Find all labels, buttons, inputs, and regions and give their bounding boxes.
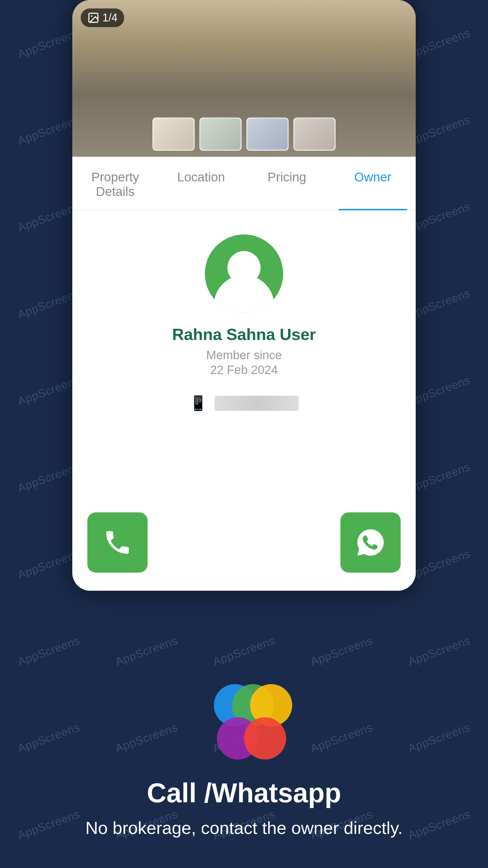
app-logo [205,681,283,760]
tab-pricing[interactable]: Pricing [244,157,330,210]
tabs-bar: Property Details Location Pricing Owner [72,157,416,210]
image-counter: 1/4 [81,8,124,27]
gallery-area[interactable]: 1/4 [72,0,416,157]
owner-content-area: Rahna Sahna User Member since 22 Feb 202… [72,210,416,591]
whatsapp-icon [355,527,386,558]
tab-property-details[interactable]: Property Details [72,157,158,210]
svg-point-1 [91,16,93,17]
thumbnail-3[interactable] [247,118,289,151]
owner-name: Rahna Sahna User [172,325,316,344]
tab-location[interactable]: Location [158,157,244,210]
phone-icon: 📱 [189,395,207,412]
thumbnail-2[interactable] [199,118,241,151]
thumbnail-4[interactable] [293,118,335,151]
thumbnail-1[interactable] [153,118,195,151]
call-icon [102,527,133,558]
logo-circle-red [244,717,286,760]
bottom-action-buttons [72,500,416,591]
tab-owner[interactable]: Owner [330,157,416,210]
image-counter-label: 1/4 [102,11,118,24]
phone-inner: 1/4 Property Details Location Pricing Ow… [72,0,416,591]
member-since-label: Member since [206,348,282,362]
bottom-subtitle: No brokerage, contact the owner directly… [85,818,402,838]
phone-row: 📱 [189,395,299,412]
avatar [205,235,283,313]
bottom-title: Call /Whatsapp [147,778,341,809]
owner-section: Rahna Sahna User Member since 22 Feb 202… [72,210,416,500]
avatar-figure [205,235,283,313]
bottom-section: Call /Whatsapp No brokerage, contact the… [0,591,488,868]
thumbnail-row [153,118,335,151]
call-button[interactable] [87,513,148,572]
phone-number-blurred [215,396,299,411]
whatsapp-button[interactable] [340,513,401,572]
avatar-body [214,275,274,313]
member-since-date: 22 Feb 2024 [210,363,278,377]
image-icon [87,12,99,24]
phone-frame: 1/4 Property Details Location Pricing Ow… [72,0,416,591]
